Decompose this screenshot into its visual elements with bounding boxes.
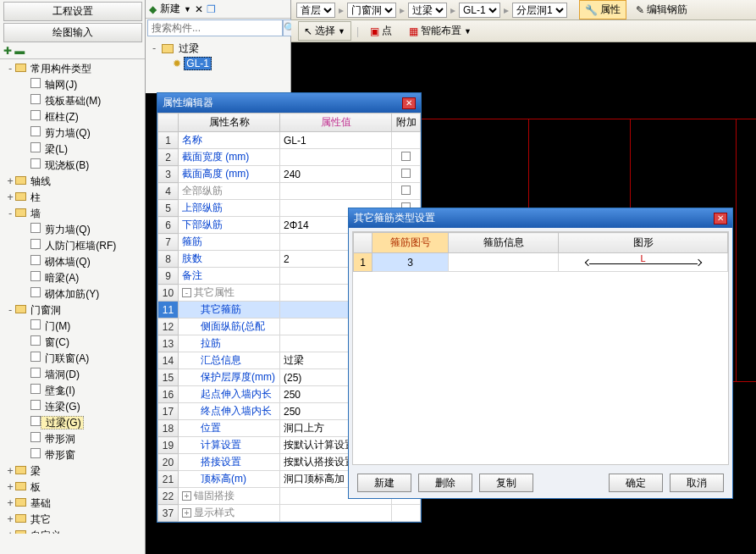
property-name[interactable]: 保护层厚度(mm) (179, 369, 280, 386)
tree-label[interactable]: 壁龛(I) (41, 385, 77, 396)
project-settings-button[interactable]: 工程设置 (3, 2, 142, 21)
tree-twist[interactable]: + (5, 497, 15, 509)
tree-node[interactable]: + 其它 (2, 512, 143, 528)
property-name[interactable]: 汇总信息 (179, 352, 280, 369)
stirrup-no-cell[interactable]: 3 (372, 253, 449, 272)
ok-button[interactable]: 确定 (609, 474, 663, 492)
property-name[interactable]: 搭接设置 (179, 454, 280, 471)
tree-label[interactable]: 剪力墙(Q) (41, 224, 92, 235)
close-button[interactable]: ✕ (714, 213, 727, 224)
property-value[interactable] (280, 149, 392, 166)
tree-node[interactable]: + 板 (2, 479, 143, 496)
col-extra[interactable]: 附加 (392, 114, 421, 132)
tree-label[interactable]: 基础 (26, 497, 52, 509)
tree-twist[interactable]: + (5, 175, 15, 187)
tree-label[interactable]: 带形洞 (41, 433, 77, 445)
property-row[interactable]: 1名称GL-1 (158, 132, 421, 149)
cancel-button[interactable]: 取消 (670, 474, 724, 492)
property-name[interactable]: 上部纵筋 (179, 200, 280, 217)
tree-node[interactable]: - 常用构件类型 (2, 61, 143, 77)
property-name[interactable]: 终点伸入墙内长 (179, 403, 280, 420)
property-extra[interactable] (392, 149, 421, 166)
tree-label[interactable]: 砌体墙(Q) (41, 256, 92, 268)
tree-node[interactable]: 带形洞 (2, 431, 143, 447)
property-row[interactable]: 3截面高度 (mm)240 (158, 166, 421, 183)
tree-label[interactable]: 梁 (26, 465, 42, 477)
property-name[interactable]: 下部纵筋 (179, 217, 280, 234)
property-editor-titlebar[interactable]: 属性编辑器 ✕ (157, 93, 421, 113)
tree-label[interactable]: 带形窗 (41, 449, 77, 461)
tree-node[interactable]: 现浇板(B) (2, 158, 143, 174)
tree-node[interactable]: 梁(L) (2, 141, 143, 158)
tree-label[interactable]: 暗梁(A) (41, 272, 80, 284)
tree-node[interactable]: - 门窗洞 (2, 302, 143, 319)
tree-label[interactable]: 墙 (26, 208, 42, 219)
tree-node[interactable]: + 梁 (2, 463, 143, 479)
property-name[interactable]: 名称 (179, 132, 280, 149)
tree-node[interactable]: 剪力墙(Q) (2, 222, 143, 238)
property-name[interactable]: +显示样式 (179, 505, 280, 522)
layer-select[interactable]: 分层洞1 (512, 3, 567, 18)
floor-select[interactable]: 首层 (296, 3, 335, 18)
property-name[interactable]: 箍筋 (179, 234, 280, 251)
tree-label[interactable]: 板 (26, 481, 42, 493)
point-tool[interactable]: ▣点 (364, 21, 398, 41)
tree-node[interactable]: + 基础 (2, 496, 143, 512)
property-name[interactable]: 其它箍筋 (179, 302, 280, 319)
tree-label[interactable]: 轴线 (26, 175, 52, 187)
checkbox-icon[interactable] (401, 152, 411, 161)
tree-node[interactable]: 过梁(G) (2, 415, 143, 431)
category-select[interactable]: 门窗洞 (347, 3, 396, 18)
tree-node[interactable]: 带形窗 (2, 447, 143, 463)
tree-node[interactable]: 框柱(Z) (2, 109, 143, 125)
delete-icon[interactable]: ✕ (195, 3, 203, 15)
delete-button[interactable]: 删除 (418, 474, 472, 492)
tree-node[interactable]: + 柱 (2, 190, 143, 206)
table-row[interactable]: 1 3 (354, 253, 728, 272)
property-value[interactable] (280, 505, 392, 522)
tree-label[interactable]: 砌体加筋(Y) (41, 288, 101, 300)
tree-label[interactable]: 自定义 (26, 529, 63, 534)
close-button[interactable]: ✕ (402, 97, 416, 109)
tree-node[interactable]: - 墙 (2, 206, 143, 222)
tree-label[interactable]: 门联窗(A) (41, 352, 91, 364)
tree-label[interactable]: 人防门框墙(RF) (41, 240, 118, 252)
tree-node[interactable]: 砌体加筋(Y) (2, 286, 143, 302)
select-tool[interactable]: ↖选择▼ (298, 21, 351, 41)
new-button[interactable]: 新建 (357, 474, 411, 492)
tree-label[interactable]: 现浇板(B) (41, 159, 91, 171)
tree-root-label[interactable]: 过梁 (177, 42, 201, 54)
stirrup-dialog-titlebar[interactable]: 其它箍筋类型设置 ✕ (349, 208, 732, 228)
tree-node[interactable]: 砌体墙(Q) (2, 254, 143, 270)
property-row[interactable]: 2截面宽度 (mm) (158, 149, 421, 166)
new-component-icon[interactable]: ◆ (149, 3, 157, 15)
tree-node[interactable]: 门(M) (2, 319, 143, 335)
group-twist-icon[interactable]: + (182, 491, 191, 501)
property-name[interactable]: 全部纵筋 (179, 183, 280, 200)
tree-label[interactable]: 框柱(Z) (41, 111, 80, 123)
tree-node[interactable]: 人防门框墙(RF) (2, 238, 143, 254)
property-row[interactable]: 37+显示样式 (158, 505, 421, 522)
tree-node[interactable]: 连梁(G) (2, 399, 143, 415)
tree-label[interactable]: 筏板基础(M) (41, 95, 102, 107)
tree-label[interactable]: 轴网(J) (41, 79, 79, 91)
stirrup-table[interactable]: 箍筋图号 箍筋信息 图形 1 3 (353, 232, 728, 272)
edit-rebar-button[interactable]: ✎编辑钢筋 (630, 0, 693, 19)
tree-label[interactable]: 常用构件类型 (26, 63, 93, 75)
col-shape[interactable]: 图形 (559, 233, 728, 253)
new-component-button[interactable]: 新建 (160, 2, 180, 16)
col-name[interactable]: 属性名称 (179, 114, 280, 132)
property-name[interactable]: 侧面纵筋(总配 (179, 319, 280, 335)
col-stirrup-info[interactable]: 箍筋信息 (449, 233, 559, 253)
tree-node[interactable]: 窗(C) (2, 335, 143, 351)
tree-twist[interactable]: + (5, 191, 15, 203)
tree-twist[interactable]: + (5, 529, 15, 534)
checkbox-icon[interactable] (401, 169, 411, 178)
tree-label[interactable]: 门窗洞 (26, 304, 63, 316)
component-item[interactable]: GL-1 (184, 57, 212, 70)
tree-node[interactable]: 剪力墙(Q) (2, 125, 143, 141)
tree-label[interactable]: 剪力墙(Q) (41, 127, 92, 139)
property-name[interactable]: -其它属性 (179, 285, 280, 302)
type-select[interactable]: 过梁 (408, 3, 447, 18)
smart-layout-tool[interactable]: ▦智能布置▼ (403, 21, 477, 41)
